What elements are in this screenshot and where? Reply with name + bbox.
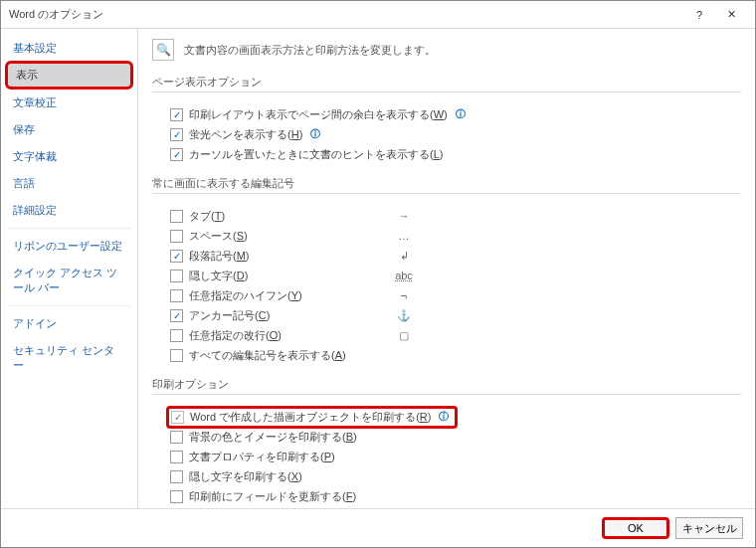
info-icon[interactable]: ⓘ	[439, 410, 449, 424]
dialog-body: 基本設定 表示 文章校正 保存 文字体裁 言語 詳細設定 リボンのユーザー設定 …	[1, 29, 755, 508]
opt-page-whitespace[interactable]: 印刷レイアウト表示でページ間の余白を表示する(W)ⓘ	[170, 104, 737, 124]
opt-print-hidden[interactable]: 隠し文字を印刷する(X)	[170, 466, 737, 486]
sidebar-item-save[interactable]: 保存	[1, 116, 137, 143]
footer: OK キャンセル	[1, 508, 755, 547]
section-title-page: ページ表示オプション	[152, 75, 741, 92]
options-dialog: Word のオプション ? ✕ 基本設定 表示 文章校正 保存 文字体裁 言語 …	[0, 0, 756, 548]
help-button[interactable]: ?	[683, 1, 715, 29]
content: 🔍 文書内容の画面表示方法と印刷方法を変更します。 ページ表示オプション 印刷レ…	[138, 29, 755, 508]
checkbox-icon[interactable]	[170, 108, 183, 121]
tab-symbol-icon: →	[394, 210, 414, 222]
sidebar-item-ribbon[interactable]: リボンのユーザー設定	[1, 233, 137, 260]
space-symbol-icon: …	[394, 230, 414, 242]
sidebar-item-display[interactable]: 表示	[5, 61, 133, 90]
opt-hidden[interactable]: 隠し文字(D)abc	[170, 266, 737, 285]
sidebar-item-addins[interactable]: アドイン	[1, 310, 137, 337]
sidebar: 基本設定 表示 文章校正 保存 文字体裁 言語 詳細設定 リボンのユーザー設定 …	[1, 29, 138, 508]
content-header: 🔍 文書内容の画面表示方法と印刷方法を変更します。	[152, 39, 741, 61]
paragraph-symbol-icon: ↲	[394, 250, 414, 263]
checkbox-icon[interactable]	[170, 329, 183, 342]
print-options: Word で作成した描画オブジェクトを印刷する(R) ⓘ 背景の色とイメージを印…	[152, 399, 741, 508]
checkbox-icon[interactable]	[171, 411, 184, 424]
opt-hyphen[interactable]: 任意指定のハイフン(Y)¬	[170, 285, 737, 305]
opt-tab[interactable]: タブ(T)→	[170, 206, 737, 226]
sidebar-item-language[interactable]: 言語	[1, 170, 137, 197]
opt-anchor[interactable]: アンカー記号(C)⚓	[170, 305, 737, 325]
sidebar-item-advanced[interactable]: 詳細設定	[1, 197, 137, 224]
sidebar-item-proofing[interactable]: 文章校正	[1, 90, 137, 116]
opt-print-drawings[interactable]: Word で作成した描画オブジェクトを印刷する(R) ⓘ	[170, 407, 737, 427]
checkbox-icon[interactable]	[170, 289, 183, 302]
section-title-marks: 常に画面に表示する編集記号	[152, 176, 741, 194]
checkbox-icon[interactable]	[170, 470, 183, 483]
checkbox-icon[interactable]	[170, 309, 183, 322]
section-title-print: 印刷オプション	[152, 377, 741, 395]
sidebar-item-basic[interactable]: 基本設定	[1, 35, 137, 62]
hyphen-symbol-icon: ¬	[394, 289, 414, 301]
ok-button[interactable]: OK	[602, 517, 669, 539]
highlighted-option: Word で作成した描画オブジェクトを印刷する(R) ⓘ	[166, 406, 458, 429]
divider	[7, 228, 131, 229]
opt-allmarks[interactable]: すべての編集記号を表示する(A)	[170, 345, 737, 365]
break-symbol-icon: ▢	[394, 329, 414, 342]
sidebar-item-qat[interactable]: クイック アクセス ツール バー	[1, 260, 137, 301]
titlebar: Word のオプション ? ✕	[1, 1, 755, 29]
header-text: 文書内容の画面表示方法と印刷方法を変更します。	[184, 43, 436, 58]
checkbox-icon[interactable]	[170, 250, 183, 263]
divider	[7, 305, 131, 306]
opt-space[interactable]: スペース(S)…	[170, 226, 737, 246]
cancel-button[interactable]: キャンセル	[675, 517, 743, 539]
document-search-icon: 🔍	[152, 39, 174, 61]
opt-tooltips[interactable]: カーソルを置いたときに文書のヒントを表示する(L)	[170, 144, 737, 164]
opt-print-fields[interactable]: 印刷前にフィールドを更新する(F)	[170, 486, 737, 506]
opt-highlighter[interactable]: 蛍光ペンを表示する(H)ⓘ	[170, 124, 737, 144]
page-options: 印刷レイアウト表示でページ間の余白を表示する(W)ⓘ 蛍光ペンを表示する(H)ⓘ…	[152, 96, 741, 170]
checkbox-icon[interactable]	[170, 431, 183, 444]
window-title: Word のオプション	[9, 7, 683, 22]
checkbox-icon[interactable]	[170, 451, 183, 463]
opt-print-props[interactable]: 文書プロパティを印刷する(P)	[170, 447, 737, 466]
opt-paragraph[interactable]: 段落記号(M)↲	[170, 246, 737, 266]
checkbox-icon[interactable]	[170, 349, 183, 362]
opt-print-bg[interactable]: 背景の色とイメージを印刷する(B)	[170, 427, 737, 447]
checkbox-icon[interactable]	[170, 490, 183, 503]
opt-break[interactable]: 任意指定の改行(O)▢	[170, 325, 737, 345]
sidebar-item-security[interactable]: セキュリティ センター	[1, 337, 137, 379]
checkbox-icon[interactable]	[170, 128, 183, 141]
info-icon[interactable]: ⓘ	[310, 127, 320, 141]
checkbox-icon[interactable]	[170, 148, 183, 161]
close-button[interactable]: ✕	[715, 1, 747, 29]
checkbox-icon[interactable]	[170, 270, 183, 282]
anchor-symbol-icon: ⚓	[394, 309, 414, 322]
sidebar-item-typography[interactable]: 文字体裁	[1, 143, 137, 170]
checkbox-icon[interactable]	[170, 230, 183, 243]
hidden-symbol-icon: abc	[394, 270, 414, 281]
marks-options: タブ(T)→ スペース(S)… 段落記号(M)↲ 隠し文字(D)abc 任意指定…	[152, 198, 741, 371]
info-icon[interactable]: ⓘ	[456, 107, 466, 121]
checkbox-icon[interactable]	[170, 210, 183, 223]
